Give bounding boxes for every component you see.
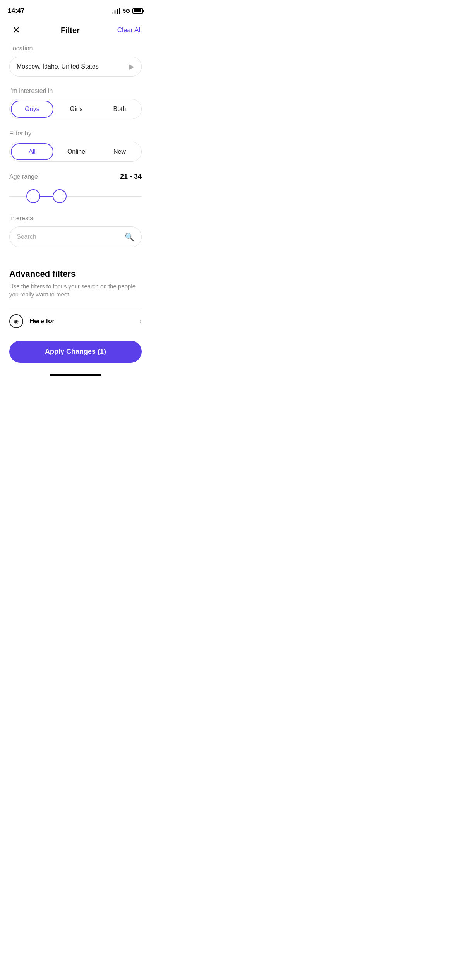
location-arrow-icon: ▶ [129, 62, 134, 71]
here-for-row[interactable]: ◉ Here for › [9, 308, 142, 334]
home-bar [50, 374, 101, 376]
interested-guys-option[interactable]: Guys [11, 101, 53, 118]
filter-by-toggle: All Online New [9, 142, 142, 162]
interested-in-toggle: Guys Girls Both [9, 99, 142, 119]
location-section: Location Moscow, Idaho, United States ▶ [9, 45, 142, 77]
close-icon: ✕ [13, 25, 20, 35]
filter-by-label: Filter by [9, 130, 142, 137]
battery-icon [132, 8, 143, 14]
age-range-section: Age range 21 - 34 [9, 173, 142, 204]
filter-by-section: Filter by All Online New [9, 130, 142, 162]
close-button[interactable]: ✕ [9, 23, 23, 37]
filter-content: Location Moscow, Idaho, United States ▶ … [0, 45, 151, 247]
search-icon: 🔍 [125, 232, 134, 242]
apply-changes-button[interactable]: Apply Changes (1) [9, 341, 142, 363]
advanced-filters-title: Advanced filters [9, 269, 142, 279]
apply-button-wrap: Apply Changes (1) [0, 334, 151, 370]
age-range-header: Age range 21 - 34 [9, 173, 142, 181]
interests-label: Interests [9, 215, 142, 222]
interested-in-section: I'm interested in Guys Girls Both [9, 87, 142, 119]
advanced-filters-section: Advanced filters Use the filters to focu… [0, 258, 151, 334]
age-range-slider[interactable] [9, 188, 142, 204]
interested-both-option[interactable]: Both [99, 101, 140, 118]
clear-all-button[interactable]: Clear All [117, 26, 142, 34]
interested-girls-option[interactable]: Girls [56, 101, 97, 118]
filter-online-option[interactable]: Online [56, 143, 97, 160]
here-for-label: Here for [29, 317, 139, 325]
home-indicator [0, 370, 151, 379]
slider-thumb-max[interactable] [53, 189, 67, 203]
here-for-icon: ◉ [9, 314, 23, 328]
advanced-filters-description: Use the filters to focus your search on … [9, 282, 142, 298]
interests-search-placeholder: Search [17, 233, 125, 240]
interests-search-field[interactable]: Search 🔍 [9, 226, 142, 247]
network-type: 5G [123, 8, 130, 14]
interested-in-label: I'm interested in [9, 87, 142, 94]
location-value: Moscow, Idaho, United States [17, 63, 129, 70]
location-field[interactable]: Moscow, Idaho, United States ▶ [9, 57, 142, 77]
status-bar: 14:47 5G [0, 0, 151, 19]
status-time: 14:47 [8, 7, 24, 15]
age-range-label: Age range [9, 173, 38, 180]
filter-all-option[interactable]: All [11, 143, 53, 160]
filter-new-option[interactable]: New [99, 143, 140, 160]
page-title: Filter [61, 26, 80, 35]
age-range-values: 21 - 34 [120, 173, 142, 181]
filter-header: ✕ Filter Clear All [0, 19, 151, 45]
status-icons: 5G [112, 8, 143, 14]
slider-thumb-min[interactable] [26, 189, 40, 203]
chevron-right-icon: › [139, 317, 142, 326]
interests-section: Interests Search 🔍 [9, 215, 142, 247]
signal-icon [112, 8, 120, 14]
location-label: Location [9, 45, 142, 52]
